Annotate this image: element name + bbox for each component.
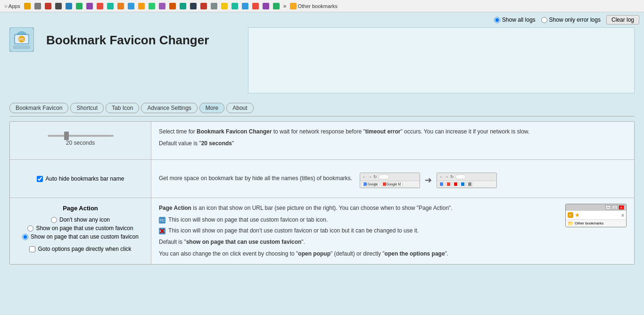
radio-no-icon-input[interactable]: [51, 217, 57, 223]
bm-icon-21[interactable]: [230, 2, 239, 10]
page-action-row: Page Action Don't show any icon Show on …: [10, 198, 634, 264]
radio-can-use-custom-label: Show on page that can use custom favicon: [31, 233, 139, 240]
bm-icon-15[interactable]: [168, 2, 177, 10]
minimize-btn[interactable]: ─: [605, 205, 611, 210]
show-error-logs-radio[interactable]: [541, 17, 547, 23]
desc-click: You can also change the on click event b…: [159, 249, 558, 258]
timeout-right: Select time for Bookmark Favicon Changer…: [151, 122, 634, 159]
show-error-logs-label[interactable]: Show only error logs: [541, 17, 601, 23]
arrow-right-icon: ➔: [425, 175, 432, 185]
timeout-error-bold: timeout error: [365, 128, 401, 135]
content-area: FC Bookmark Favicon Changer: [0, 27, 644, 98]
window-mockup: ─ □ ✕ F ★ ≡ 📁 Other bookmarks: [565, 204, 627, 227]
bm-icon-12[interactable]: [137, 2, 146, 10]
svg-text:F: F: [570, 214, 571, 217]
bookmarks-before: Google Google M: [360, 181, 420, 188]
desc-line3: FC This icon will show on page that don’…: [159, 226, 558, 235]
close-btn[interactable]: ✕: [619, 205, 624, 210]
bm-chip-google: Google: [362, 182, 380, 186]
bookmarks-after: [437, 181, 496, 188]
bm-icon-14[interactable]: [157, 2, 167, 10]
window-bookmarks-bar: 📁 Other bookmarks: [566, 220, 626, 227]
radio-no-icon-label: Don't show any icon: [59, 216, 110, 223]
tab-bookmark-favicon[interactable]: Bookmark Favicon: [9, 103, 68, 113]
timeout-description: Select time for Bookmark Favicon Changer…: [159, 127, 627, 136]
auto-hide-label: Auto hide bookmarks bar name: [46, 175, 124, 182]
browser-toolbar-before: ← → ↻: [360, 173, 420, 181]
other-bookmarks-text: Other bookmarks: [575, 221, 603, 225]
goto-options-checkbox-row: Goto options page directly when click: [29, 246, 131, 252]
goto-options-checkbox[interactable]: [29, 246, 35, 252]
svg-rect-6: [13, 45, 30, 49]
bm-icon-3[interactable]: [43, 2, 53, 10]
radio-can-use-custom: Show on page that can use custom favicon: [22, 233, 139, 240]
bm-icon-7[interactable]: [85, 2, 94, 10]
bm-icon-25[interactable]: [272, 2, 281, 10]
bm-icon-2[interactable]: [33, 2, 42, 10]
bm-icon-17[interactable]: [189, 2, 198, 10]
bm-icon-23[interactable]: [251, 2, 260, 10]
main-panel: 20 seconds Select time for Bookmark Favi…: [9, 121, 635, 265]
tab-tab-icon[interactable]: Tab Icon: [106, 103, 139, 113]
app-logo: FC: [9, 27, 34, 52]
auto-hide-left: Auto hide bookmarks bar name: [10, 160, 151, 198]
slider-value: 20 seconds: [66, 140, 95, 146]
bm-icon-6[interactable]: [74, 2, 84, 10]
page-action-icon-no-custom2: FC: [159, 228, 165, 234]
tab-about[interactable]: About: [226, 103, 253, 113]
bm-chip-bing: [460, 182, 466, 186]
bm-icon-22[interactable]: [240, 2, 250, 10]
bm-icon-9[interactable]: [106, 2, 115, 10]
bm-icon-5[interactable]: [64, 2, 74, 10]
bm-icon-10[interactable]: [116, 2, 125, 10]
tab-shortcut[interactable]: Shortcut: [70, 103, 104, 113]
desc-line1: Page Action is an icon that show on URL …: [159, 204, 558, 213]
bm-other-bookmarks[interactable]: Other bookmarks: [289, 2, 339, 10]
auto-hide-checkbox[interactable]: [37, 176, 43, 182]
svg-text:FC: FC: [19, 37, 25, 41]
menu-icon: ≡: [621, 213, 624, 218]
bm-chip-g: [438, 182, 445, 186]
page-action-desc: Page Action is an icon that show on URL …: [159, 204, 558, 258]
timeout-slider[interactable]: [48, 135, 114, 137]
auto-hide-checkbox-row: Auto hide bookmarks bar name: [37, 175, 124, 182]
radio-can-use-custom-input[interactable]: [22, 234, 28, 240]
slider-container: 20 seconds: [48, 135, 114, 146]
clear-log-button[interactable]: Clear log: [606, 15, 639, 25]
bookmarks-bar: ○ Apps » Other bookmarks: [0, 0, 644, 12]
timeout-left: 20 seconds: [10, 122, 151, 159]
show-all-logs-label[interactable]: Show all logs: [494, 17, 536, 23]
goto-options-label: Goto options page directly when click: [38, 246, 131, 252]
window-addressbar: F ★ ≡: [566, 211, 626, 220]
bm-icon-18[interactable]: [199, 2, 208, 10]
bm-icon-11[interactable]: [126, 2, 136, 10]
radio-custom-favicon-input[interactable]: [27, 225, 33, 232]
bm-icon-8[interactable]: [95, 2, 105, 10]
auto-hide-right: Get more space on bookmark bar by hide a…: [151, 160, 634, 198]
show-all-logs-radio[interactable]: [494, 17, 500, 23]
nav-tabs: Bookmark Favicon Shortcut Tab Icon Advan…: [0, 98, 644, 113]
tab-more[interactable]: More: [199, 103, 224, 113]
log-panel: [248, 27, 635, 93]
bm-icon-16[interactable]: [178, 2, 188, 10]
bm-chip-gm: [446, 182, 452, 186]
tab-advance-settings[interactable]: Advance Settings: [141, 103, 197, 113]
window-favicon: F: [568, 212, 573, 218]
bm-apps[interactable]: ○ Apps: [3, 3, 22, 9]
maximize-btn[interactable]: □: [612, 205, 618, 210]
bm-more[interactable]: »: [282, 2, 288, 10]
bm-icon-20[interactable]: [220, 2, 229, 10]
app-header-area: FC Bookmark Favicon Changer: [9, 27, 243, 93]
bm-icon-24[interactable]: [261, 2, 271, 10]
bm-icon-19[interactable]: [209, 2, 219, 10]
bm-icon-1[interactable]: [23, 2, 32, 10]
window-titlebar: ─ □ ✕: [566, 204, 626, 211]
browser-toolbar-after: ← → ↻: [437, 173, 496, 181]
star-icon: ★: [575, 212, 580, 218]
bm-icon-13[interactable]: [147, 2, 157, 10]
bm-chip-extra: [467, 182, 473, 186]
bm-icon-4[interactable]: [54, 2, 63, 10]
radio-no-icon: Don't show any icon: [51, 216, 110, 223]
svg-text:FC: FC: [160, 218, 165, 223]
bm-chip-yt: [453, 182, 459, 186]
